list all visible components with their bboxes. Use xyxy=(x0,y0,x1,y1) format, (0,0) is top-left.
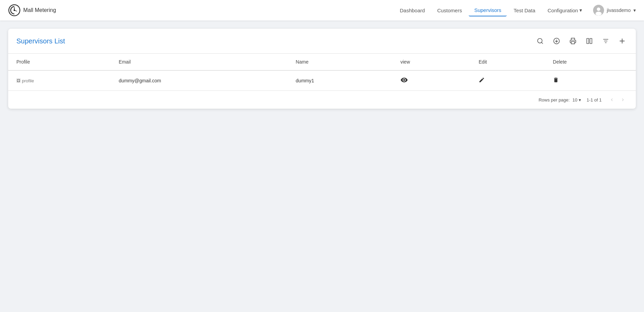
table-footer: Rows per page: 10 ▾ 1-1 of 1 xyxy=(8,91,636,109)
user-avatar xyxy=(593,5,604,16)
table-header-row: Profile Email Name view Edit Delete xyxy=(8,54,636,70)
col-header-edit: Edit xyxy=(470,54,545,70)
svg-point-5 xyxy=(597,8,600,11)
svg-point-6 xyxy=(595,12,602,16)
cell-name: dummy1 xyxy=(288,70,392,91)
user-name: jivassdemo xyxy=(607,8,631,13)
nav-item-dashboard[interactable]: Dashboard xyxy=(394,5,430,16)
supervisors-table: Profile Email Name view Edit Delete prof… xyxy=(8,54,636,91)
configuration-dropdown-icon: ▾ xyxy=(579,7,582,13)
navbar: Mall Metering Dashboard Customers Superv… xyxy=(0,0,644,21)
delete-button[interactable] xyxy=(553,77,559,83)
col-header-view: view xyxy=(392,54,470,70)
rows-per-page-value: 10 xyxy=(572,97,577,103)
cell-view xyxy=(392,70,470,91)
table-actions xyxy=(535,36,628,46)
supervisors-table-card: Supervisors List xyxy=(8,29,636,109)
pagination-nav xyxy=(607,95,628,105)
profile-image: profile xyxy=(16,78,34,83)
svg-rect-13 xyxy=(590,39,592,44)
svg-line-8 xyxy=(542,42,543,44)
table-body: profile dummy@gmail.com dummy1 xyxy=(8,70,636,91)
table-title: Supervisors List xyxy=(16,37,535,45)
user-dropdown-icon: ▾ xyxy=(633,8,636,13)
print-button[interactable] xyxy=(567,36,578,46)
user-menu[interactable]: jivassdemo ▾ xyxy=(593,5,636,16)
nav-item-supervisors[interactable]: Supervisors xyxy=(469,4,507,16)
edit-button[interactable] xyxy=(479,77,485,83)
download-button[interactable] xyxy=(551,36,562,46)
configuration-label: Configuration xyxy=(548,8,578,13)
rows-per-page-select[interactable]: 10 ▾ xyxy=(572,97,581,103)
col-header-profile: Profile xyxy=(8,54,111,70)
cell-email: dummy@gmail.com xyxy=(111,70,288,91)
brand-logo-link[interactable]: Mall Metering xyxy=(8,4,56,16)
table-row: profile dummy@gmail.com dummy1 xyxy=(8,70,636,91)
filter-button[interactable] xyxy=(600,36,611,46)
svg-rect-11 xyxy=(571,42,575,44)
table-head: Profile Email Name view Edit Delete xyxy=(8,54,636,70)
cell-edit xyxy=(470,70,545,91)
columns-button[interactable] xyxy=(584,36,595,46)
col-header-name: Name xyxy=(288,54,392,70)
cell-profile: profile xyxy=(8,70,111,91)
rows-per-page-dropdown-icon: ▾ xyxy=(579,97,581,103)
col-header-delete: Delete xyxy=(545,54,636,70)
search-button[interactable] xyxy=(535,36,546,46)
main-nav: Dashboard Customers Supervisors Test Dat… xyxy=(394,4,588,16)
pagination-next-button[interactable] xyxy=(618,95,628,105)
pagination-prev-button[interactable] xyxy=(607,95,617,105)
pagination-info: 1-1 of 1 xyxy=(587,97,602,103)
add-button[interactable] xyxy=(617,36,628,46)
nav-item-configuration[interactable]: Configuration ▾ xyxy=(542,4,588,16)
rows-per-page-label: Rows per page: xyxy=(538,97,570,103)
cell-delete xyxy=(545,70,636,91)
col-header-email: Email xyxy=(111,54,288,70)
main-content: Supervisors List xyxy=(0,21,644,312)
table-header: Supervisors List xyxy=(8,29,636,54)
brand-name: Mall Metering xyxy=(23,7,56,13)
nav-item-testdata[interactable]: Test Data xyxy=(508,5,540,16)
view-button[interactable] xyxy=(400,76,408,84)
rows-per-page-container: Rows per page: 10 ▾ xyxy=(538,97,581,103)
brand-logo-icon xyxy=(8,4,20,16)
nav-item-customers[interactable]: Customers xyxy=(432,5,468,16)
svg-rect-12 xyxy=(587,39,589,44)
